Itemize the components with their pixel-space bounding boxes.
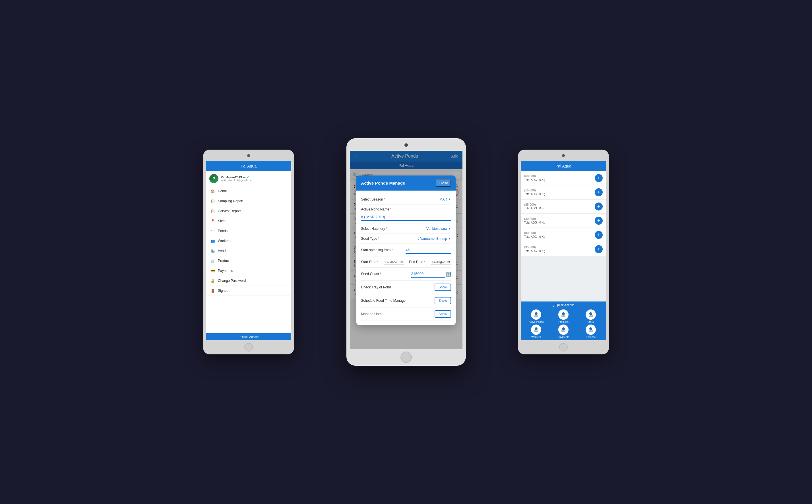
form-row-pond-name: Active Pond Name * — [361, 205, 451, 224]
nav-item-workers[interactable]: 👥 Workers — [206, 236, 291, 246]
form-row-manage-hora: Manage Hora Show — [361, 307, 451, 321]
right-list-item-3[interactable]: (88,000) Total ADG : 0 Kg + — [521, 200, 606, 213]
qa-workers[interactable]: Workers — [523, 325, 549, 338]
right-list-item-4[interactable]: (30,000) Total ADG : 0 Kg + — [521, 214, 606, 228]
modal-overlay: Active Ponds Manage Close Select Season … — [350, 151, 462, 349]
qa-stock[interactable]: Stock — [578, 309, 604, 323]
nav-label-signout: Signout — [218, 289, 230, 293]
start-date-value: 17-Mar-2019 — [384, 260, 404, 265]
right-list-item-2-total: Total ADG : 0 Kg — [524, 193, 595, 196]
required-star-pond-name: * — [390, 207, 392, 211]
nav-item-change-password[interactable]: 🔒 Change Password — [206, 276, 291, 286]
right-list-item-2-detail: (15,000) — [524, 189, 595, 192]
calculator-icon[interactable]: 🔢 — [445, 271, 451, 277]
qa-payments-label: Payments — [558, 336, 569, 338]
seed-count-input[interactable] — [411, 270, 445, 278]
seed-count-row: 🔢 — [411, 270, 451, 278]
modal-body: Select Season * MAR ▼ — [356, 191, 455, 325]
right-list-item-3-info: (88,000) Total ADG : 0 Kg — [524, 203, 595, 210]
right-list-item-5-detail: (80,000) — [524, 231, 595, 235]
home-icon: 🏠 — [210, 189, 215, 193]
nav-item-sampling-report[interactable]: 📋 Sampling Report — [206, 196, 291, 206]
products-icon: 🛒 — [210, 259, 215, 263]
nav-label-products: Products — [218, 259, 231, 263]
right-plus-button-5[interactable]: + — [595, 231, 603, 239]
right-list-item-5-total: Total ADG : 0 Kg — [524, 235, 595, 238]
center-tablet-home-button[interactable] — [400, 352, 412, 363]
nav-item-harvest-report[interactable]: 📋 Harvest Report — [206, 206, 291, 216]
right-list-item-5[interactable]: (80,000) Total ADG : 0 Kg + — [521, 228, 606, 242]
form-row-schedule-feed: Schedule Feed Time Manage Show — [361, 294, 451, 307]
quick-access-label: Quick Access — [240, 335, 259, 338]
schedule-feed-show-button[interactable]: Show — [435, 297, 451, 304]
right-list-item-6[interactable]: (95,000) Total ADG : 0 Kg + — [521, 242, 606, 256]
nav-item-home[interactable]: 🏠 Home — [206, 186, 291, 196]
right-list-item-4-detail: (30,000) — [524, 217, 595, 220]
right-list-item-5-info: (80,000) Total ADG : 0 Kg — [524, 231, 595, 239]
right-list-item-2[interactable]: (15,000) Total ADG : 0 Kg + — [521, 185, 606, 199]
form-value-season[interactable]: MAR ▼ — [439, 197, 451, 201]
right-plus-button-2[interactable]: + — [595, 188, 603, 196]
right-list-item-1-info: (60,000) Total ADG : 0 Kg — [524, 174, 595, 182]
qa-expense-label: Expense — [586, 336, 596, 338]
nav-item-sites[interactable]: 📍 Sites — [206, 216, 291, 226]
sampling-report-icon: 📋 — [210, 199, 215, 203]
form-value-hatchery[interactable]: Venktesavara ▼ — [426, 227, 451, 231]
quick-access-bar[interactable]: ^ Quick Access — [206, 333, 291, 340]
modal-close-button[interactable]: Close — [436, 179, 451, 187]
nav-item-products[interactable]: 🛒 Products — [206, 256, 291, 266]
end-date-value: 14-Aug-2019 — [431, 260, 451, 265]
form-label-pond-name: Active Pond Name * — [361, 207, 451, 211]
left-profile-name: Pal Aqua-2019 ✏ ✓ — [221, 175, 288, 179]
vendor-icon: 🏪 — [210, 249, 215, 253]
qa-active-ponds[interactable]: Active Ponds — [523, 309, 549, 323]
center-tablet-camera — [404, 143, 408, 147]
date-field-start: Start Date * — [361, 260, 379, 264]
right-list-item-4-info: (30,000) Total ADG : 0 Kg — [524, 217, 595, 225]
center-tablet-screen: ← Active Ponds Add Pal Aqua 🔍 7 ( MAR 20… — [350, 151, 462, 349]
right-tablet: Pal Aqua (60,000) Total ADG : 0 Kg + — [518, 150, 609, 354]
right-list-item-6-total: Total ADG : 0 Kg — [524, 249, 595, 253]
change-password-icon: 🔒 — [210, 278, 215, 283]
edit-icon: ✏ — [243, 176, 245, 179]
form-value-seed-type[interactable]: L Vannamei Shrimp ▼ — [418, 237, 451, 241]
pond-name-input[interactable] — [361, 214, 451, 221]
qa-payments[interactable]: Payments — [550, 325, 577, 338]
form-row-check-tray: Check Tray of Pond Show — [361, 281, 451, 294]
right-plus-button-4[interactable]: + — [595, 217, 603, 225]
form-label-check-tray: Check Tray of Pond — [361, 285, 391, 289]
left-tablet-home-button[interactable] — [244, 343, 253, 352]
nav-item-ponds[interactable]: 〰 Ponds — [206, 226, 291, 236]
form-label-seed-count: Seed Count * — [361, 272, 381, 276]
right-plus-button-6[interactable]: + — [595, 245, 603, 253]
nav-label-sampling-report: Sampling Report — [218, 199, 243, 203]
sampling-input[interactable] — [406, 247, 451, 254]
form-label-start-date: Start Date * — [361, 260, 379, 264]
modal-title: Active Ponds Manage — [361, 181, 405, 185]
left-profile-email: kartikpatel1114@gmail.com — [221, 179, 288, 182]
nav-item-vendor[interactable]: 🏪 Vendor — [206, 246, 291, 256]
right-plus-button-1[interactable]: + — [595, 174, 603, 182]
workers-icon: 👥 — [210, 239, 215, 243]
nav-label-ponds: Ponds — [218, 229, 228, 233]
harvest-report-icon: 📋 — [210, 209, 215, 213]
nav-item-signout[interactable]: 🚪 Signout — [206, 286, 291, 296]
right-quick-access: ∨ Quick Access Act — [521, 301, 606, 340]
right-plus-button-3[interactable]: + — [595, 203, 603, 210]
date-field-end: End Date * — [409, 260, 425, 264]
right-list-item-3-detail: (88,000) — [524, 203, 595, 206]
right-list-item-1[interactable]: (60,000) Total ADG : 0 Kg + — [521, 171, 606, 185]
right-tablet-home-button[interactable] — [559, 343, 568, 352]
nav-label-payments: Payments — [218, 269, 233, 273]
form-row-seed-count: Seed Count * 🔢 — [361, 268, 451, 281]
qa-expense[interactable]: Expense — [578, 325, 604, 338]
qa-products[interactable]: Products — [550, 309, 577, 323]
manage-hora-show-button[interactable]: Show — [435, 310, 451, 318]
nav-item-payments[interactable]: 💳 Payments — [206, 266, 291, 276]
right-list-item-3-total: Total ADG : 0 Kg — [524, 207, 595, 210]
right-tablet-camera — [562, 154, 565, 157]
left-tablet: Pal Aqua P Pal Aqua-2019 ✏ ✓ kartikpatel… — [203, 150, 294, 354]
nav-label-home: Home — [218, 189, 227, 193]
check-icon: ✓ — [247, 176, 249, 179]
check-tray-show-button[interactable]: Show — [435, 284, 451, 291]
